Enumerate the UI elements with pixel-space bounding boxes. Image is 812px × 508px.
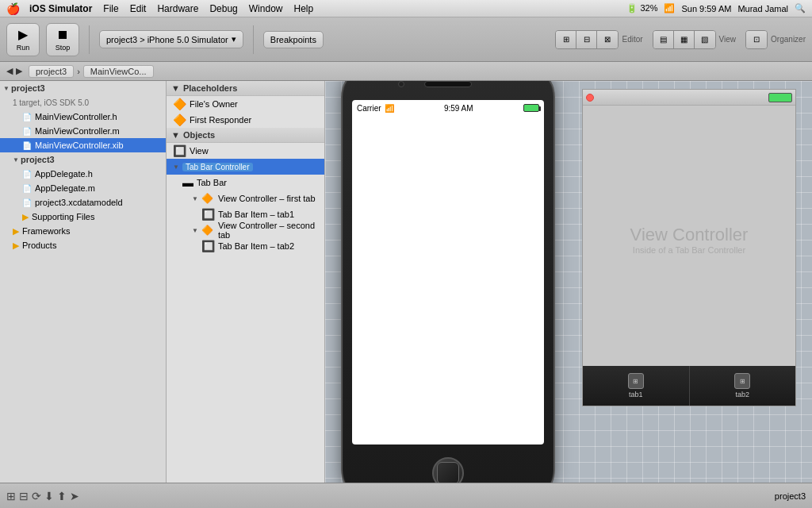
sidebar-item-xcdatamodel[interactable]: 📄 project3.xcdatamodeld [0, 195, 166, 210]
file-icon: 📄 [22, 113, 32, 121]
vc-panel: View Controller Inside of a Tab Bar Cont… [582, 89, 796, 406]
search-icon[interactable]: 🔍 [795, 3, 806, 13]
tab-nav-btn-next[interactable]: ▶ [16, 66, 22, 76]
tab-nav-btn-prev[interactable]: ◀ [6, 66, 13, 76]
sidebar-group-label: project3 [21, 155, 55, 164]
vc-close-button[interactable] [586, 94, 594, 102]
obj-files-owner[interactable]: 🔶 File's Owner [167, 96, 324, 112]
vc-tab-1[interactable]: ⊞ tab1 [583, 366, 690, 406]
iphone-time: 9:59 AM [444, 104, 473, 113]
vc-panel-header [583, 90, 795, 106]
objects-header: ▼ Objects [167, 128, 324, 143]
scheme-selector[interactable]: project3 > iPhone 5.0 Simulator ▾ [99, 30, 243, 48]
vc-icon: 🔶 [201, 193, 213, 204]
view-btn-3[interactable]: ▧ [695, 31, 715, 48]
bottom-icon-1[interactable]: ⊞ [6, 490, 16, 502]
sidebar-item-label: Supporting Files [32, 212, 95, 221]
bottom-icon-6[interactable]: ➤ [70, 490, 79, 502]
bottom-toolbar: ⊞ ⊟ ⟳ ⬇ ⬆ ➤ project3 [0, 483, 812, 508]
tab-navigation: ◀ ▶ project3 › MainViewCo... [6, 65, 154, 78]
bottom-icon-2[interactable]: ⊟ [19, 490, 29, 502]
wifi-icon: 📶 [385, 104, 394, 113]
sidebar-item-appdelegate-h[interactable]: 📄 AppDelegate.h [0, 167, 166, 181]
obj-label: View Controller – second tab [218, 221, 318, 240]
iphone-camera [398, 81, 404, 87]
username: Murad Jamal [737, 4, 788, 13]
file-icon: 📄 [22, 127, 32, 136]
sidebar-item-label: project3.xcdatamodeld [35, 198, 123, 207]
view-label: View [719, 35, 737, 44]
obj-tab-bar-item-2[interactable]: 🔲 Tab Bar Item – tab2 [167, 238, 324, 254]
carrier-label: Carrier [357, 104, 381, 113]
menu-help[interactable]: Help [293, 3, 313, 14]
obj-label: Tab Bar Item – tab1 [218, 210, 294, 219]
sidebar-item-mainvc-xib[interactable]: 📄 MainViewController.xib [0, 138, 166, 152]
apple-menu[interactable]: 🍎 [6, 2, 20, 15]
bottom-filename: project3 [775, 491, 806, 501]
obj-tab-bar-item-1[interactable]: 🔲 Tab Bar Item – tab1 [167, 206, 324, 222]
vc-tabbar: ⊞ tab1 ⊞ tab2 [583, 366, 795, 406]
menu-file[interactable]: File [103, 3, 118, 14]
sidebar-item-mainvc-m[interactable]: 📄 MainViewController.m [0, 124, 166, 138]
view-btn-1[interactable]: ▤ [653, 31, 674, 48]
obj-view[interactable]: 🔲 View [167, 143, 324, 159]
obj-view-controller-first[interactable]: ▼ 🔶 View Controller – first tab [167, 190, 324, 206]
sidebar-item-mainvc-h[interactable]: 📄 MainViewController.h [0, 110, 166, 124]
sidebar-item-supporting[interactable]: ▶ Supporting Files [0, 210, 166, 224]
run-button[interactable]: ▶ Run [6, 23, 40, 56]
sidebar-item-label: MainViewController.xib [35, 140, 124, 150]
vc-tab-icon-2: ⊞ [734, 373, 750, 389]
vc-tab-2[interactable]: ⊞ tab2 [690, 366, 796, 406]
view-btn-2[interactable]: ▦ [674, 31, 695, 48]
expand-icon: ▼ [192, 195, 198, 202]
sidebar-project-header[interactable]: ▼ project3 [0, 81, 166, 95]
menubar: 🍎 iOS Simulator File Edit Hardware Debug… [0, 0, 812, 17]
stop-button[interactable]: ⏹ Stop [46, 23, 79, 56]
obj-first-responder[interactable]: 🔶 First Responder [167, 112, 324, 128]
files-owner-icon: 🔶 [173, 98, 186, 110]
sidebar: ▼ project3 1 target, iOS SDK 5.0 📄 MainV… [0, 81, 167, 483]
bottom-icon-4[interactable]: ⬇ [44, 490, 54, 502]
status-left: Carrier 📶 [357, 104, 394, 113]
stop-label: Stop [56, 44, 71, 52]
bottom-icon-3[interactable]: ⟳ [32, 490, 41, 502]
menu-hardware[interactable]: Hardware [157, 3, 198, 14]
obj-tab-bar[interactable]: ▬ Tab Bar [167, 175, 324, 190]
breadcrumb-arrow: › [77, 67, 80, 76]
menu-window[interactable]: Window [249, 3, 283, 14]
sidebar-item-products[interactable]: ▶ Products [0, 238, 166, 252]
iphone-speaker [424, 81, 472, 87]
menu-debug[interactable]: Debug [209, 3, 237, 14]
editor-label: Editor [622, 35, 642, 44]
editor-btn-3[interactable]: ⊠ [597, 31, 618, 48]
iphone-home-button[interactable] [432, 457, 464, 483]
editor-btn-1[interactable]: ⊞ [556, 31, 576, 48]
menu-items: iOS Simulator File Edit Hardware Debug W… [29, 3, 626, 14]
vc-tab-icon-1: ⊞ [628, 373, 644, 389]
file-icon: 📄 [22, 184, 32, 193]
file-icon: 📄 [22, 198, 32, 207]
vc-subtitle: Inside of a Tab Bar Controller [633, 245, 745, 255]
sidebar-group-project3[interactable]: ▼ project3 [0, 152, 166, 167]
chevron-down-icon: ▾ [232, 34, 236, 44]
bottom-right: project3 [775, 491, 806, 501]
target-label: 1 target, iOS SDK 5.0 [13, 98, 89, 107]
editor-btn-2[interactable]: ⊟ [576, 31, 597, 48]
bottom-icon-5[interactable]: ⬆ [57, 490, 67, 502]
menu-edit[interactable]: Edit [130, 3, 147, 14]
organizer-btn[interactable]: ⊡ [746, 31, 767, 48]
breadcrumb-project[interactable]: project3 [29, 65, 74, 78]
menu-ios-simulator[interactable]: iOS Simulator [29, 3, 92, 14]
obj-label: View Controller – first tab [218, 194, 316, 203]
first-responder-icon: 🔶 [173, 114, 186, 126]
breakpoints-button[interactable]: Breakpoints [263, 31, 324, 48]
obj-label: View [190, 146, 209, 156]
vc-tab-label-1: tab1 [629, 391, 643, 398]
obj-view-controller-second[interactable]: ▼ 🔶 View Controller – second tab [167, 222, 324, 238]
vc-icon: 🔶 [201, 225, 213, 236]
sidebar-item-appdelegate-m[interactable]: 📄 AppDelegate.m [0, 181, 166, 195]
breadcrumb-file[interactable]: MainViewCo... [83, 65, 154, 78]
obj-tab-bar-controller[interactable]: ▼ Tab Bar Controller [167, 159, 324, 175]
menubar-right: 🔋 32% 📶 Sun 9:59 AM Murad Jamal 🔍 [626, 3, 806, 13]
sidebar-item-frameworks[interactable]: ▶ Frameworks [0, 224, 166, 238]
